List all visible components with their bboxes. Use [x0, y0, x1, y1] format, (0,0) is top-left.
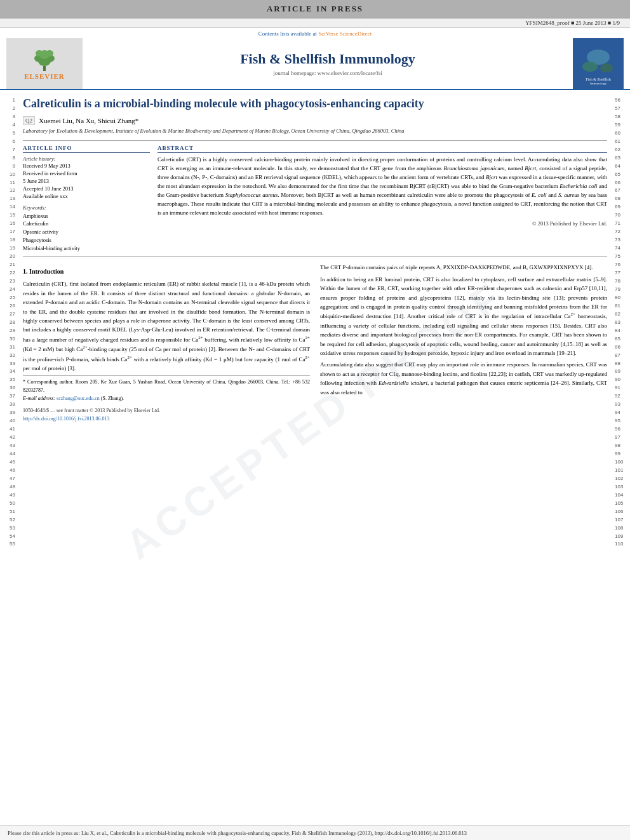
- keyword-4: Phagocytosis: [23, 236, 150, 244]
- keyword-3: Opsonic activity: [23, 228, 150, 236]
- line-num-36: 36: [0, 384, 15, 392]
- line-num-77: 77: [615, 269, 630, 277]
- journal-title: Fish & Shellfish Immunology: [83, 51, 573, 67]
- line-num-100: 100: [615, 458, 630, 467]
- line-num-68: 68: [615, 195, 630, 203]
- line-num-27: 27: [0, 310, 15, 319]
- line-num-52: 52: [0, 516, 15, 524]
- line-num-76: 76: [615, 261, 630, 269]
- line-num-20: 20: [0, 253, 15, 261]
- elsevier-tree-icon: [25, 47, 64, 72]
- line-num-82: 82: [615, 310, 630, 319]
- line-num-70: 70: [615, 211, 630, 220]
- line-num-103: 103: [615, 483, 630, 491]
- line-num-8: 8: [0, 154, 15, 163]
- intro-heading: 1. Introduction: [23, 267, 310, 277]
- revised-label: Received in revised form: [23, 170, 150, 178]
- proof-text: YFSIM2648_proof ■ 25 June 2013 ■ 1/9: [525, 20, 620, 26]
- sciverse-line: Contents lists available at SciVerse Sci…: [258, 30, 372, 37]
- right-para2: In addition to being an ER luminal prote…: [320, 275, 607, 358]
- accepted-date: Accepted 10 June 2013: [23, 185, 150, 193]
- svg-text:Fish & Shellfish: Fish & Shellfish: [586, 77, 610, 81]
- line-num-64: 64: [615, 163, 630, 171]
- main-content: Calreticulin is a microbial-binding mole…: [18, 90, 612, 825]
- line-num-37: 37: [0, 392, 15, 401]
- elsevier-logo-area: ELSEVIER: [6, 38, 83, 89]
- line-num-49: 49: [0, 491, 15, 500]
- line-num-40: 40: [0, 417, 15, 425]
- abstract-col: ABSTRACT Calreticulin (CRT) is a highly …: [158, 145, 607, 252]
- line-num-51: 51: [0, 508, 15, 516]
- line-num-61: 61: [615, 138, 630, 146]
- line-num-4: 4: [0, 121, 15, 130]
- line-num-50: 50: [0, 500, 15, 508]
- line-num-34: 34: [0, 368, 15, 376]
- line-num-23: 23: [0, 277, 15, 286]
- body-col-right: The CRT P-domain contains pairs of tripl…: [320, 263, 607, 423]
- line-num-44: 44: [0, 450, 15, 458]
- line-num-109: 109: [615, 533, 630, 541]
- footer-citation-text: Please cite this article in press as: Li…: [8, 830, 467, 836]
- line-num-67: 67: [615, 187, 630, 195]
- line-num-14: 14: [0, 203, 15, 211]
- line-num-97: 97: [615, 434, 630, 442]
- available-online: Available online xxx: [23, 193, 150, 201]
- line-num-6: 6: [0, 138, 15, 146]
- line-num-78: 78: [615, 277, 630, 286]
- email-link[interactable]: sczhang@ouc.edu.cn: [57, 396, 100, 401]
- keyword-2: Calreticulin: [23, 220, 150, 228]
- line-num-92: 92: [615, 392, 630, 401]
- doi-link[interactable]: http://dx.doi.org/10.1016/j.fsi.2013.06.…: [23, 416, 110, 422]
- line-num-87: 87: [615, 352, 630, 360]
- page: ACCEPTED PROOF ARTICLE IN PRESS YFSIM264…: [0, 0, 630, 840]
- line-num-98: 98: [615, 442, 630, 450]
- article-in-press-banner: ARTICLE IN PRESS: [0, 0, 630, 18]
- line-numbers-left: 1 2 3 4 5 6 7 8 9 10 11 12 13 14 15 16 1…: [0, 90, 18, 825]
- authors-line: Q2 Xuemei Liu, Na Xu, Shicui Zhang*: [23, 116, 607, 125]
- line-num-110: 110: [615, 540, 630, 549]
- line-num-32: 32: [0, 352, 15, 360]
- svg-text:Immunology: Immunology: [590, 82, 607, 85]
- journal-logo-right: Fish & Shellfish Immunology: [573, 38, 624, 89]
- line-num-35: 35: [0, 376, 15, 384]
- line-num-43: 43: [0, 442, 15, 450]
- line-num-21: 21: [0, 261, 15, 269]
- line-num-99: 99: [615, 450, 630, 458]
- divider-2: [23, 256, 607, 257]
- line-num-73: 73: [615, 236, 630, 244]
- line-num-105: 105: [615, 500, 630, 508]
- line-num-66: 66: [615, 179, 630, 187]
- line-num-58: 58: [615, 113, 630, 121]
- article-info-abstract: ARTICLE INFO Article history: Received 9…: [23, 145, 607, 252]
- line-num-108: 108: [615, 524, 630, 533]
- line-num-88: 88: [615, 360, 630, 368]
- line-num-26: 26: [0, 302, 15, 310]
- line-num-89: 89: [615, 368, 630, 376]
- sciverse-link[interactable]: SciVerse ScienceDirect: [318, 30, 372, 37]
- line-num-60: 60: [615, 130, 630, 138]
- journal-homepage: journal homepage: www.elsevier.com/locat…: [83, 70, 573, 76]
- line-num-56: 56: [615, 97, 630, 105]
- line-num-65: 65: [615, 171, 630, 179]
- line-num-101: 101: [615, 467, 630, 475]
- footnote-text: * Corresponding author. Room 205, Ke Xue…: [23, 378, 310, 403]
- proof-line: YFSIM2648_proof ■ 25 June 2013 ■ 1/9: [0, 18, 630, 28]
- line-num-39: 39: [0, 409, 15, 417]
- svg-rect-0: [43, 66, 46, 71]
- line-num-18: 18: [0, 236, 15, 244]
- body-columns: 1. Introduction Calreticulin (CRT), firs…: [23, 263, 607, 423]
- abstract-heading: ABSTRACT: [158, 145, 607, 153]
- line-num-59: 59: [615, 121, 630, 130]
- line-num-38: 38: [0, 401, 15, 409]
- line-num-22: 22: [0, 269, 15, 277]
- line-num-3: 3: [0, 113, 15, 121]
- line-num-46: 46: [0, 467, 15, 475]
- line-num-104: 104: [615, 491, 630, 500]
- received-date: Received 9 May 2013: [23, 163, 150, 170]
- line-num-94: 94: [615, 409, 630, 417]
- revised-date: 5 June 2013: [23, 178, 150, 185]
- line-num-81: 81: [615, 302, 630, 310]
- history-label: Article history:: [23, 156, 150, 162]
- line-num-53: 53: [0, 524, 15, 533]
- line-num-57: 57: [615, 105, 630, 113]
